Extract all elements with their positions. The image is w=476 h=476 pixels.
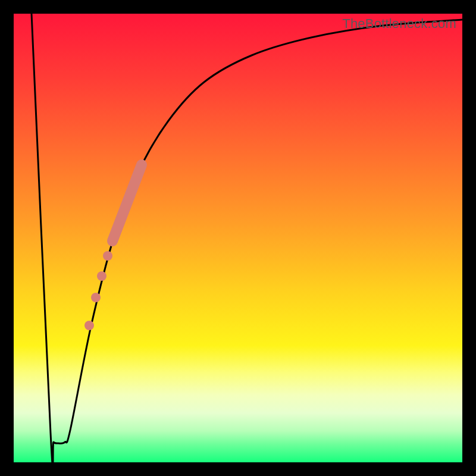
data-marker bbox=[97, 271, 107, 281]
chart-container: TheBottleneck.com bbox=[0, 0, 476, 476]
data-marker bbox=[103, 251, 112, 261]
data-marker bbox=[84, 321, 94, 330]
watermark-text: TheBottleneck.com bbox=[342, 16, 456, 32]
plot-area: TheBottleneck.com bbox=[14, 14, 462, 462]
data-marker-segment bbox=[14, 14, 462, 462]
data-marker bbox=[91, 293, 101, 302]
svg-line-1 bbox=[112, 165, 142, 241]
